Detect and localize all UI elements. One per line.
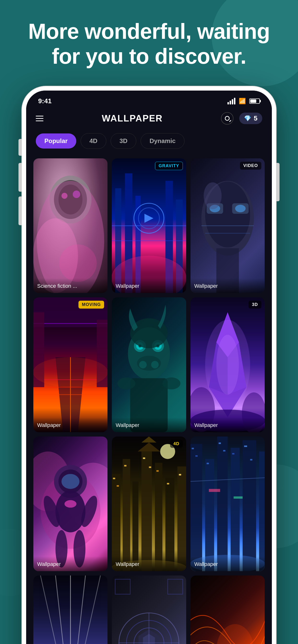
wifi-icon: 📶 (239, 98, 246, 104)
svg-point-66 (61, 474, 79, 489)
svg-rect-102 (223, 450, 225, 452)
app-header: WALLPAPER 💎 5 (26, 107, 272, 130)
svg-rect-108 (233, 496, 242, 498)
wallpaper-item-8[interactable]: 4D Wallpaper (112, 436, 186, 571)
wallpaper-label-3: Wallpaper (191, 278, 265, 293)
hamburger-line-2 (36, 118, 43, 119)
svg-rect-103 (232, 453, 234, 454)
wallpaper-item-11[interactable] (112, 576, 186, 644)
badge-gravity: GRAVITY (155, 162, 183, 170)
wallpaper-art-1 (33, 158, 107, 293)
signal-bar-2 (230, 100, 231, 104)
svg-rect-126 (168, 579, 183, 594)
svg-marker-89 (141, 436, 157, 442)
svg-point-72 (65, 500, 77, 508)
search-icon (225, 116, 230, 121)
wallpaper-item-3[interactable]: VIDEO Wallpaper (191, 158, 265, 293)
wallpaper-label-5: Wallpaper (112, 417, 186, 432)
signal-bar-1 (227, 102, 229, 104)
wallpaper-item-7[interactable]: Wallpaper (33, 436, 107, 571)
phone-button-mute (19, 139, 22, 156)
badge-video: VIDEO (240, 162, 261, 170)
wallpaper-item-6[interactable]: 3D Wallpaper (191, 297, 265, 432)
svg-point-67 (55, 490, 85, 532)
svg-rect-94 (217, 436, 228, 571)
wallpaper-bg-12 (191, 576, 265, 644)
hero-section: More wonderful, waiting for you to disco… (0, 19, 298, 69)
svg-rect-85 (157, 470, 159, 472)
svg-point-7 (59, 244, 97, 282)
wallpaper-bg-7 (33, 436, 107, 571)
wallpaper-grid: Science fiction ... (26, 154, 272, 644)
svg-rect-98 (192, 448, 194, 449)
svg-rect-82 (124, 465, 126, 466)
wallpaper-bg-5 (112, 297, 186, 432)
wallpaper-item-10[interactable] (33, 576, 107, 644)
wallpaper-bg-1 (33, 158, 107, 293)
search-button[interactable] (221, 112, 233, 124)
wallpaper-bg-3 (191, 158, 265, 293)
wallpaper-bg-6 (191, 297, 265, 432)
wallpaper-art-10 (33, 576, 107, 644)
svg-marker-88 (138, 442, 160, 452)
gem-icon: 💎 (244, 115, 251, 122)
wallpaper-art-7 (33, 436, 107, 571)
wallpaper-item-4[interactable]: MOVING Wallpaper (33, 297, 107, 432)
svg-rect-80 (113, 478, 115, 479)
svg-point-57 (216, 335, 239, 395)
battery-fill (250, 100, 256, 103)
header-actions: 💎 5 (221, 112, 262, 124)
svg-rect-84 (149, 466, 151, 468)
phone-mockup: 9:41 📶 (22, 86, 276, 644)
wallpaper-item-12[interactable] (191, 576, 265, 644)
svg-rect-74 (123, 459, 130, 572)
tab-4d[interactable]: 4D (81, 133, 106, 149)
svg-rect-76 (141, 452, 152, 571)
wallpaper-bg-8 (112, 436, 186, 571)
wallpaper-label-1: Science fiction ... (33, 278, 107, 293)
phone-button-volume-down (19, 196, 22, 225)
wallpaper-bg-10 (33, 576, 107, 644)
wallpaper-art-11 (112, 576, 186, 644)
wallpaper-item-9[interactable]: Wallpaper (191, 436, 265, 571)
gems-badge[interactable]: 💎 5 (239, 112, 262, 124)
wallpaper-art-6 (191, 297, 265, 432)
wallpaper-label-4: Wallpaper (33, 417, 107, 432)
signal-bar-4 (234, 98, 235, 104)
phone-button-power (276, 163, 279, 201)
svg-rect-83 (143, 457, 145, 459)
svg-rect-101 (219, 442, 221, 444)
app-title: WALLPAPER (102, 113, 163, 124)
svg-rect-125 (115, 579, 130, 594)
signal-bars-icon (227, 98, 235, 104)
wallpaper-bg-2 (112, 158, 186, 293)
tab-dynamic[interactable]: Dynamic (140, 133, 184, 149)
wallpaper-item-1[interactable]: Science fiction ... (33, 158, 107, 293)
menu-button[interactable] (36, 116, 43, 121)
svg-point-37 (33, 357, 107, 387)
phone-frame: 9:41 📶 (22, 86, 276, 644)
battery-icon (249, 98, 260, 104)
wallpaper-item-2[interactable]: GRAVITY Wallpaper (112, 158, 186, 293)
gems-count: 5 (254, 114, 257, 122)
svg-point-27 (203, 182, 221, 209)
svg-rect-93 (205, 459, 214, 572)
svg-rect-86 (167, 483, 169, 484)
svg-rect-99 (195, 455, 198, 457)
wallpaper-item-5[interactable]: Wallpaper (112, 297, 186, 432)
category-tabs: Popular 4D 3D Dynamic (26, 130, 272, 154)
badge-3d: 3D (249, 301, 261, 308)
wallpaper-bg-11 (112, 576, 186, 644)
status-icons: 📶 (227, 98, 260, 104)
svg-point-47 (151, 361, 159, 368)
svg-rect-77 (155, 463, 163, 571)
status-time: 9:41 (38, 97, 52, 105)
wallpaper-art-12 (191, 576, 265, 644)
wallpaper-label-6: Wallpaper (191, 417, 265, 432)
wallpaper-art-3 (191, 158, 265, 293)
wallpaper-bg-9 (191, 436, 265, 571)
tab-popular[interactable]: Popular (36, 134, 76, 148)
svg-line-114 (71, 576, 100, 644)
tab-3d[interactable]: 3D (111, 133, 136, 149)
svg-line-111 (55, 576, 70, 644)
